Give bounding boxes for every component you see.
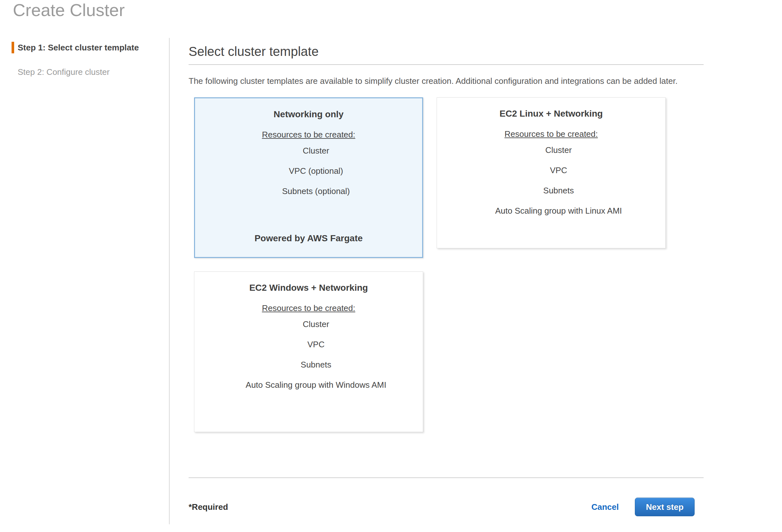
wizard-steps: Step 1: Select cluster template Step 2: …	[11, 42, 159, 78]
card-resources-label: Resources to be created:	[195, 130, 422, 139]
resource-item: VPC (optional)	[210, 166, 422, 176]
card-title: Networking only	[195, 109, 422, 120]
card-ec2-linux-networking[interactable]: EC2 Linux + Networking Resources to be c…	[437, 97, 666, 248]
resource-item: Auto Scaling group with Windows AMI	[209, 380, 423, 390]
resource-item: Cluster	[452, 145, 665, 155]
step-1-select-cluster-template[interactable]: Step 1: Select cluster template	[11, 42, 159, 53]
card-resources-list: Cluster VPC (optional) Subnets (optional…	[195, 146, 422, 196]
footer-actions: *Required Cancel Next step	[188, 498, 704, 516]
sidebar-divider	[169, 38, 170, 524]
cancel-button[interactable]: Cancel	[592, 502, 619, 512]
resource-item: VPC	[452, 166, 665, 175]
card-title: EC2 Windows + Networking	[194, 282, 423, 293]
heading-divider	[188, 64, 704, 65]
card-resources-label: Resources to be created:	[194, 303, 423, 313]
page-title: Create Cluster	[13, 0, 125, 20]
main-content: Select cluster template The following cl…	[188, 44, 704, 432]
next-step-button[interactable]: Next step	[635, 498, 695, 516]
footer-divider	[188, 477, 704, 478]
cluster-template-cards: Networking only Resources to be created:…	[188, 97, 690, 432]
section-description: The following cluster templates are avai…	[188, 74, 704, 88]
card-ec2-windows-networking[interactable]: EC2 Windows + Networking Resources to be…	[194, 272, 423, 432]
resource-item: Subnets (optional)	[210, 186, 422, 196]
required-note: *Required	[188, 502, 228, 512]
section-heading: Select cluster template	[188, 44, 704, 59]
resource-item: Cluster	[209, 319, 423, 329]
card-networking-only[interactable]: Networking only Resources to be created:…	[194, 97, 423, 258]
card-resources-label: Resources to be created:	[437, 129, 665, 139]
resource-item: Subnets	[452, 186, 665, 195]
resource-item: Cluster	[210, 146, 422, 155]
resource-item: Auto Scaling group with Linux AMI	[452, 206, 665, 216]
resource-item: Subnets	[209, 360, 423, 369]
card-resources-list: Cluster VPC Subnets Auto Scaling group w…	[194, 319, 423, 390]
card-resources-list: Cluster VPC Subnets Auto Scaling group w…	[437, 145, 665, 216]
step-2-configure-cluster: Step 2: Configure cluster	[11, 66, 159, 78]
resource-item: VPC	[209, 340, 423, 349]
card-title: EC2 Linux + Networking	[437, 108, 665, 119]
card-footnote: Powered by AWS Fargate	[195, 233, 422, 244]
